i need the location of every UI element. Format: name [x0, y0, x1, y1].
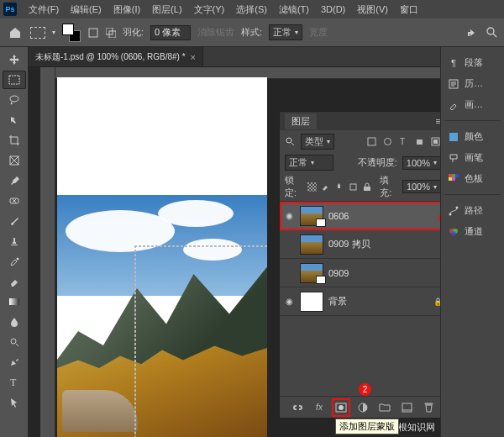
dock-swatches[interactable]: 色板	[444, 170, 501, 187]
marquee-tool[interactable]	[3, 71, 26, 89]
layer-name[interactable]: 0606	[328, 211, 440, 221]
chevron-down-icon: ▾	[433, 183, 437, 191]
eyedropper-tool[interactable]	[3, 171, 26, 190]
marquee-mode-new[interactable]	[87, 27, 98, 38]
move-tool[interactable]	[3, 50, 26, 69]
frame-tool[interactable]	[3, 151, 26, 170]
quick-select-tool[interactable]	[3, 111, 26, 129]
panel-menu-icon[interactable]: ≡	[436, 116, 440, 126]
filter-smart-icon[interactable]	[430, 136, 440, 147]
delete-icon[interactable]	[422, 401, 435, 414]
document-canvas[interactable]	[57, 77, 267, 437]
dock-brushes[interactable]: 画笔	[444, 149, 501, 166]
healing-tool[interactable]	[3, 192, 26, 210]
lock-pos-icon[interactable]	[334, 182, 344, 192]
layer-thumb[interactable]	[300, 292, 323, 312]
layer-row[interactable]: 0909 拷贝	[280, 230, 440, 259]
dock-channels[interactable]: 通道	[444, 223, 501, 240]
lock-nest-icon[interactable]	[349, 182, 358, 192]
filter-type-select[interactable]: 类型▾	[301, 134, 334, 150]
menu-window[interactable]: 窗口	[395, 2, 423, 18]
menu-select[interactable]: 选择(S)	[231, 2, 272, 18]
fx-icon[interactable]: fx	[312, 401, 326, 414]
menu-3d[interactable]: 3D(D)	[316, 3, 350, 16]
tool-preset-icon[interactable]	[30, 27, 45, 39]
fill-label: 填充:	[380, 174, 398, 199]
path-select-tool[interactable]	[3, 393, 26, 412]
width-label: 宽度	[309, 26, 328, 39]
adjustment-icon[interactable]	[356, 401, 370, 414]
gradient-tool[interactable]	[3, 292, 26, 311]
menu-image[interactable]: 图像(I)	[108, 2, 145, 18]
photo-content	[57, 195, 267, 437]
share-icon[interactable]	[466, 26, 480, 39]
layer-row[interactable]: ◉ 背景 🔒	[280, 287, 440, 316]
add-mask-icon[interactable]	[334, 401, 348, 414]
marquee-mode-add[interactable]	[105, 27, 116, 38]
eraser-tool[interactable]	[3, 272, 26, 291]
layer-thumb[interactable]	[300, 206, 323, 226]
dodge-tool[interactable]	[3, 333, 26, 351]
style-select[interactable]: 正常▾	[269, 24, 302, 40]
feather-input[interactable]	[150, 25, 191, 40]
filter-adjust-icon[interactable]	[382, 136, 393, 147]
blend-mode-select[interactable]: 正常▾	[285, 155, 333, 171]
menu-type[interactable]: 文字(Y)	[189, 2, 230, 18]
svg-text:T: T	[400, 137, 405, 146]
crop-tool[interactable]	[3, 131, 26, 150]
paragraph-icon: ¶	[448, 57, 459, 69]
search-icon[interactable]	[486, 27, 497, 38]
layer-name[interactable]: 0909 拷贝	[328, 238, 440, 250]
lock-all-icon[interactable]	[362, 182, 371, 192]
layer-name[interactable]: 背景	[328, 295, 428, 308]
link-layers-icon[interactable]	[291, 401, 304, 414]
menu-layer[interactable]: 图层(L)	[147, 2, 186, 18]
chevron-down-icon[interactable]: ▾	[52, 29, 55, 36]
brush-tool[interactable]	[3, 212, 26, 230]
fg-swatch[interactable]	[62, 24, 74, 35]
layer-thumb[interactable]	[300, 234, 323, 255]
dock-paragraph[interactable]: ¶段落	[444, 54, 501, 71]
close-icon[interactable]: ×	[191, 52, 196, 62]
type-tool[interactable]: T	[3, 373, 26, 392]
history-brush-tool[interactable]	[3, 252, 26, 271]
dock-label: 画…	[465, 98, 483, 111]
lock-paint-icon[interactable]	[321, 182, 330, 192]
layer-name[interactable]: 0909	[328, 268, 440, 278]
filter-type-icon[interactable]: T	[398, 136, 409, 147]
feather-label: 羽化:	[123, 26, 144, 39]
new-layer-icon[interactable]	[400, 401, 413, 414]
stamp-tool[interactable]	[3, 232, 26, 250]
filter-shape-icon[interactable]	[414, 136, 425, 147]
group-icon[interactable]	[378, 401, 391, 414]
dock-label: 段落	[465, 56, 483, 69]
fill-input[interactable]: 100%▾	[402, 180, 440, 193]
search-icon[interactable]	[285, 136, 296, 147]
opacity-input[interactable]: 100%▾	[402, 156, 440, 170]
lasso-tool[interactable]	[3, 91, 26, 109]
canvas-area[interactable]: 图层 ≡ 类型▾ T	[29, 67, 440, 437]
layers-tab[interactable]: 图层	[285, 113, 317, 129]
home-icon[interactable]	[7, 24, 24, 41]
layer-row[interactable]: ◉ 0606 1	[280, 202, 440, 230]
menu-edit[interactable]: 编辑(E)	[66, 2, 107, 18]
dock-color[interactable]: 颜色	[444, 128, 501, 145]
layer-thumb[interactable]	[300, 263, 323, 283]
menu-view[interactable]: 视图(V)	[352, 2, 393, 18]
dock-paths[interactable]: 路径	[444, 202, 501, 219]
lock-trans-icon[interactable]	[307, 182, 317, 192]
visibility-toggle[interactable]: ◉	[283, 211, 295, 220]
menu-file[interactable]: 文件(F)	[24, 2, 64, 18]
layer-row[interactable]: 0909	[280, 259, 440, 287]
dock-history[interactable]: 历…	[444, 75, 501, 92]
document-tab[interactable]: 未标题-1.psd @ 100% (0606, RGB/8#) * ×	[29, 47, 203, 66]
svg-point-3	[487, 28, 494, 34]
lock-icon: 🔒	[433, 297, 440, 306]
visibility-toggle[interactable]: ◉	[283, 297, 295, 306]
menu-filter[interactable]: 滤镜(T)	[274, 2, 314, 18]
dock-brush-preset[interactable]: 画…	[444, 96, 501, 113]
blur-tool[interactable]	[3, 313, 26, 331]
filter-pixel-icon[interactable]	[366, 136, 377, 147]
dock-label: 历…	[465, 77, 483, 90]
pen-tool[interactable]	[3, 353, 26, 371]
